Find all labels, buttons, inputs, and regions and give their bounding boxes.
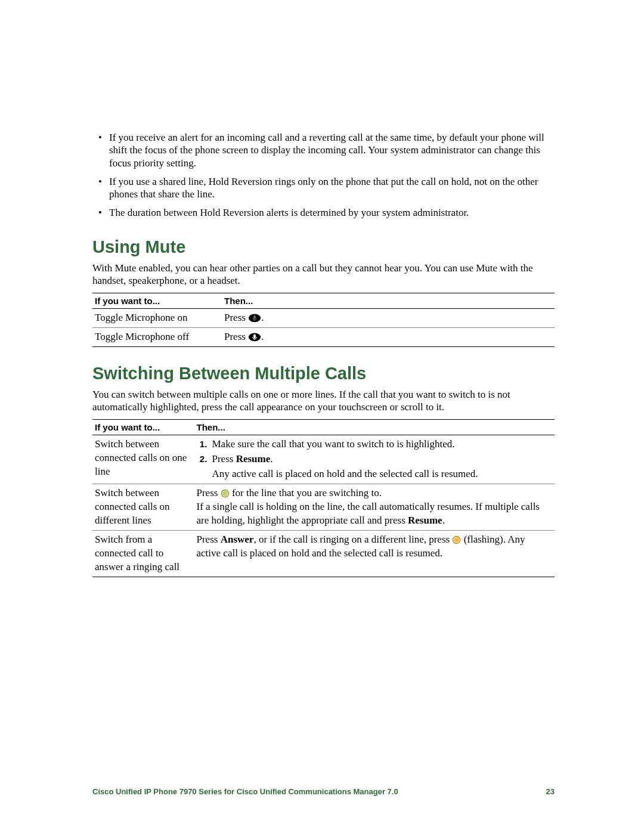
table-row: Toggle Microphone on Press . bbox=[92, 309, 555, 328]
line-button-flashing-icon bbox=[452, 535, 461, 544]
text: Press bbox=[224, 312, 248, 323]
instruction-line: If a single call is holding on the line,… bbox=[197, 500, 552, 528]
mute-row-left: Toggle Microphone on bbox=[92, 309, 222, 328]
switch-row-left: Switch from a connected call to answer a… bbox=[92, 531, 194, 577]
text: . bbox=[270, 453, 273, 465]
footer-title: Cisco Unified IP Phone 7970 Series for C… bbox=[92, 787, 398, 796]
switching-calls-intro: You can switch between multiple calls on… bbox=[92, 388, 555, 414]
mute-table: If you want to... Then... Toggle Microph… bbox=[92, 293, 555, 347]
text: Press bbox=[197, 534, 221, 545]
svg-point-5 bbox=[454, 537, 459, 543]
mute-button-icon bbox=[248, 313, 261, 323]
table-header-left: If you want to... bbox=[92, 420, 194, 435]
text: If a single call is holding on the line,… bbox=[197, 501, 540, 526]
table-header-left: If you want to... bbox=[92, 293, 222, 309]
bullet-item: The duration between Hold Reversion aler… bbox=[92, 206, 555, 219]
document-page: If you receive an alert for an incoming … bbox=[0, 0, 644, 833]
bullet-item: If you receive an alert for an incoming … bbox=[92, 131, 555, 169]
page-footer: Cisco Unified IP Phone 7970 Series for C… bbox=[92, 787, 555, 796]
footer-page-number: 23 bbox=[546, 787, 555, 796]
text: . bbox=[261, 331, 264, 342]
using-mute-intro: With Mute enabled, you can hear other pa… bbox=[92, 262, 555, 287]
switch-row-right: Press for the line that you are switchin… bbox=[194, 484, 555, 531]
table-row: Toggle Microphone off Press . bbox=[92, 327, 555, 346]
text: Press bbox=[197, 487, 221, 498]
switch-row-left: Switch between connected calls on one li… bbox=[92, 435, 194, 484]
intro-bullet-list: If you receive an alert for an incoming … bbox=[92, 131, 555, 219]
switch-row-left: Switch between connected calls on differ… bbox=[92, 484, 194, 531]
instruction-line: Press Answer, or if the call is ringing … bbox=[197, 533, 552, 561]
step-item: Make sure the call that you want to swit… bbox=[210, 438, 552, 451]
softkey-name: Answer bbox=[221, 534, 254, 545]
text: Press bbox=[224, 331, 248, 342]
softkey-name: Resume bbox=[408, 515, 442, 526]
svg-point-3 bbox=[222, 491, 227, 496]
instruction-line: Press for the line that you are switchin… bbox=[197, 487, 552, 500]
text: Press bbox=[212, 453, 236, 465]
mute-row-right: Press . bbox=[222, 327, 555, 346]
text: . bbox=[442, 515, 445, 526]
step-note: Any active call is placed on hold and th… bbox=[197, 467, 552, 481]
step-item: Press Resume. bbox=[210, 453, 552, 466]
table-header-right: Then... bbox=[222, 293, 555, 309]
switch-row-right: Press Answer, or if the call is ringing … bbox=[194, 531, 555, 577]
bullet-item: If you use a shared line, Hold Reversion… bbox=[92, 175, 555, 201]
table-row: Switch between connected calls on differ… bbox=[92, 484, 555, 531]
line-button-icon bbox=[221, 488, 230, 497]
text: , or if the call is ringing on a differe… bbox=[253, 534, 452, 545]
switch-row-right: Make sure the call that you want to swit… bbox=[194, 435, 555, 484]
table-header-right: Then... bbox=[194, 420, 555, 435]
text: for the line that you are switching to. bbox=[230, 487, 382, 498]
table-row: Switch from a connected call to answer a… bbox=[92, 531, 555, 577]
switching-calls-heading: Switching Between Multiple Calls bbox=[92, 364, 555, 383]
switch-table: If you want to... Then... Switch between… bbox=[92, 419, 555, 577]
mute-row-left: Toggle Microphone off bbox=[92, 327, 222, 346]
mute-row-right: Press . bbox=[222, 309, 555, 328]
table-row: Switch between connected calls on one li… bbox=[92, 435, 555, 484]
softkey-name: Resume bbox=[236, 453, 271, 465]
mute-button-active-icon bbox=[248, 332, 261, 342]
text: . bbox=[261, 312, 264, 323]
using-mute-heading: Using Mute bbox=[92, 237, 555, 257]
steps-list: Make sure the call that you want to swit… bbox=[197, 438, 552, 466]
